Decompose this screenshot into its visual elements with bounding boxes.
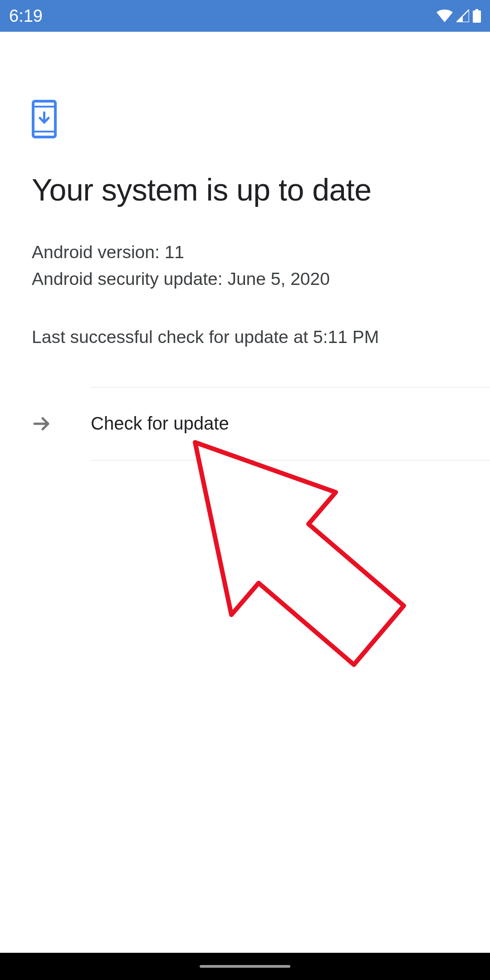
android-version-text: Android version: 11	[32, 239, 458, 266]
version-info-block: Android version: 11 Android security upd…	[32, 239, 458, 292]
check-update-label: Check for update	[91, 413, 229, 434]
battery-icon	[473, 9, 481, 23]
arrow-right-icon	[32, 414, 52, 434]
arrow-icon-wrapper	[32, 414, 91, 434]
security-update-text: Android security update: June 5, 2020	[32, 266, 458, 293]
main-content: Your system is up to date Android versio…	[0, 100, 490, 351]
page-title: Your system is up to date	[32, 172, 458, 207]
check-for-update-button[interactable]: Check for update	[0, 387, 490, 460]
nav-handle	[200, 965, 290, 968]
check-update-section: Check for update	[0, 387, 490, 461]
svg-rect-0	[475, 9, 478, 10]
system-update-icon	[32, 100, 57, 138]
last-check-text: Last successful check for update at 5:11…	[32, 324, 458, 351]
status-time: 6:19	[9, 6, 43, 26]
signal-icon	[456, 10, 469, 22]
svg-rect-1	[473, 10, 481, 23]
navigation-bar[interactable]	[0, 953, 490, 980]
wifi-icon	[436, 10, 453, 22]
status-bar: 6:19	[0, 0, 490, 32]
divider	[91, 460, 490, 461]
annotation-arrow-overlay	[191, 438, 417, 683]
update-icon-wrapper	[32, 100, 458, 140]
status-icons	[436, 9, 481, 23]
